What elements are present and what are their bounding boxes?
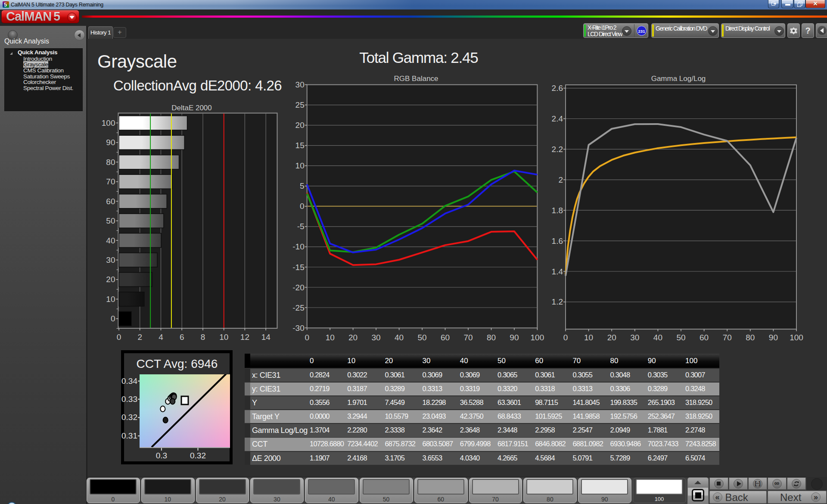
svg-text:70: 70 <box>106 177 115 186</box>
svg-text:-25: -25 <box>292 303 304 312</box>
svg-text:90: 90 <box>106 138 115 147</box>
svg-text:8: 8 <box>201 333 205 342</box>
svg-text:CCT Avg: 6946: CCT Avg: 6946 <box>137 357 218 370</box>
svg-text:70: 70 <box>723 333 732 342</box>
svg-text:50: 50 <box>106 216 115 225</box>
svg-text:0.32: 0.32 <box>121 413 137 422</box>
svg-text:DeltaE 2000: DeltaE 2000 <box>171 104 212 112</box>
svg-text:90: 90 <box>510 333 519 342</box>
svg-text:50: 50 <box>418 333 427 342</box>
svg-text:2: 2 <box>137 333 142 342</box>
svg-text:0: 0 <box>305 333 309 342</box>
svg-text:60: 60 <box>700 333 709 342</box>
svg-text:10: 10 <box>584 333 593 342</box>
svg-text:-15: -15 <box>292 263 304 272</box>
svg-text:70: 70 <box>463 333 473 342</box>
svg-text:60: 60 <box>441 333 450 342</box>
svg-text:0: 0 <box>111 314 115 323</box>
svg-text:0: 0 <box>117 333 121 342</box>
svg-text:0.3: 0.3 <box>156 451 167 460</box>
svg-text:6: 6 <box>180 333 184 342</box>
svg-text:0.34: 0.34 <box>121 376 137 386</box>
svg-text:20: 20 <box>607 333 616 342</box>
svg-text:40: 40 <box>653 333 662 342</box>
svg-text:-10: -10 <box>292 242 304 251</box>
svg-text:30: 30 <box>295 80 305 89</box>
svg-text:-5: -5 <box>297 222 305 231</box>
svg-text:30: 30 <box>630 333 639 342</box>
svg-text:0.31: 0.31 <box>121 431 137 440</box>
svg-text:60: 60 <box>106 197 115 206</box>
svg-text:0: 0 <box>300 202 305 211</box>
svg-text:12: 12 <box>240 333 249 342</box>
svg-text:100: 100 <box>531 333 544 342</box>
svg-text:Gamma Log/Log: Gamma Log/Log <box>651 75 706 83</box>
svg-text:80: 80 <box>746 333 755 342</box>
svg-text:0: 0 <box>563 333 568 342</box>
svg-text:100: 100 <box>102 118 115 128</box>
svg-text:RGB Balance: RGB Balance <box>394 75 438 83</box>
svg-text:-30: -30 <box>292 324 304 333</box>
svg-text:20: 20 <box>106 275 115 284</box>
svg-text:40: 40 <box>395 333 404 342</box>
svg-text:14: 14 <box>261 333 271 342</box>
svg-text:80: 80 <box>487 333 496 342</box>
svg-text:30: 30 <box>106 255 115 264</box>
svg-text:30: 30 <box>372 333 381 342</box>
svg-text:40: 40 <box>106 236 115 245</box>
svg-text:10: 10 <box>295 161 305 170</box>
svg-text:80: 80 <box>106 158 115 167</box>
svg-text:0.33: 0.33 <box>121 395 137 404</box>
svg-text:2.2: 2.2 <box>552 145 563 154</box>
svg-text:20: 20 <box>295 121 305 130</box>
svg-text:10: 10 <box>106 295 115 304</box>
svg-text:1.6: 1.6 <box>552 236 563 246</box>
svg-text:25: 25 <box>295 100 305 109</box>
svg-text:20: 20 <box>348 333 358 342</box>
svg-text:90: 90 <box>769 333 778 342</box>
svg-text:10: 10 <box>326 333 335 342</box>
svg-text:1.8: 1.8 <box>552 206 563 215</box>
svg-text:100: 100 <box>790 333 803 342</box>
svg-text:5: 5 <box>300 181 305 190</box>
svg-text:50: 50 <box>676 333 685 342</box>
svg-text:2: 2 <box>558 175 563 184</box>
svg-text:-20: -20 <box>292 283 304 292</box>
svg-text:4: 4 <box>159 333 163 342</box>
svg-text:10: 10 <box>219 333 228 342</box>
svg-text:0.32: 0.32 <box>190 451 206 460</box>
svg-text:2.6: 2.6 <box>552 84 563 93</box>
svg-text:1.4: 1.4 <box>552 267 563 276</box>
svg-text:15: 15 <box>295 141 305 150</box>
svg-text:1.2: 1.2 <box>552 297 563 306</box>
svg-text:2.4: 2.4 <box>552 114 563 123</box>
